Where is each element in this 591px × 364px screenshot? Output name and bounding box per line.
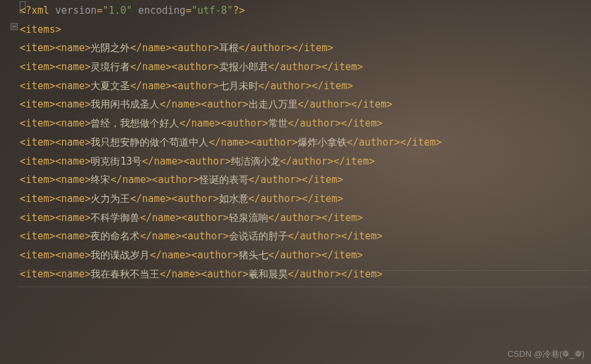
code-editor[interactable]: − <?xml version="1.0" encoding="utf-8"?>…: [0, 0, 591, 283]
code-line[interactable]: <item><name>灵境行者</name><author>卖报小郎君</au…: [20, 58, 591, 77]
t: >: [213, 61, 219, 73]
t: ><: [166, 193, 178, 205]
t: ><: [186, 249, 197, 261]
code-line[interactable]: <item><name>我只想安静的做个苟道中人</name><author>爆…: [20, 133, 591, 152]
t: ><: [166, 80, 178, 92]
t: >: [223, 212, 229, 224]
t: ><: [49, 268, 61, 280]
item-tag: item: [333, 61, 357, 73]
t: <: [20, 230, 26, 242]
t: </: [288, 230, 300, 242]
t: >: [223, 230, 229, 242]
t: ></: [306, 80, 323, 92]
t: ><: [49, 193, 61, 205]
code-line[interactable]: <item><name>大夏文圣</name><author>七月未时</aut…: [20, 77, 591, 96]
code-area[interactable]: <?xml version="1.0" encoding="utf-8"?><i…: [20, 1, 591, 283]
item-tag: item: [26, 42, 49, 54]
name-tag: name: [171, 98, 195, 110]
t: </: [280, 155, 292, 167]
item-tag: item: [26, 249, 49, 261]
t: ><: [215, 117, 227, 129]
item-tag: item: [353, 268, 377, 280]
author-tag: author: [260, 193, 296, 205]
xml-decl-close: ?>: [233, 5, 245, 16]
t: >: [213, 193, 219, 205]
author-tag: author: [260, 174, 296, 186]
code-line[interactable]: <item><name>我的谍战岁月</name><author>猪头七</au…: [20, 246, 591, 265]
t: >: [377, 268, 382, 280]
code-line[interactable]: <item><name>终宋</name><author>怪诞的表哥</auth…: [20, 171, 591, 190]
t: </: [258, 80, 270, 92]
item-author-text: 纯洁滴小龙: [231, 155, 280, 167]
code-line[interactable]: <item><name>夜的命名术</name><author>会说话的肘子</…: [20, 227, 591, 246]
t: </: [142, 155, 153, 167]
fold-toggle-icon[interactable]: −: [10, 23, 18, 30]
code-line[interactable]: <item><name>明克街13号</name><author>纯洁滴小龙</…: [20, 152, 591, 171]
author-tag: author: [359, 136, 394, 148]
item-tag: item: [26, 117, 49, 129]
code-line[interactable]: <item><name>曾经，我想做个好人</name><author>常世</…: [20, 114, 591, 133]
t: >: [262, 117, 268, 129]
xml-attr-value: "1.0": [102, 5, 132, 16]
t: </: [140, 230, 152, 242]
name-tag: name: [161, 249, 185, 261]
t: </: [209, 136, 220, 148]
item-name-text: 火力为王: [91, 193, 130, 205]
item-tag: item: [26, 212, 49, 224]
item-tag: item: [26, 80, 49, 92]
t: >: [357, 61, 363, 73]
code-line[interactable]: <?xml version="1.0" encoding="utf-8"?>: [20, 1, 591, 20]
name-tag: name: [142, 193, 165, 205]
item-author-text: 卖报小郎君: [219, 61, 268, 73]
name-tag: name: [61, 193, 85, 205]
code-line[interactable]: <item><name>光阴之外</name><author>耳根</autho…: [20, 39, 591, 58]
code-line[interactable]: <item><name>我用闲书成圣人</name><author>出走八万里<…: [20, 95, 591, 114]
t: ><: [195, 98, 207, 110]
code-line[interactable]: <items>: [20, 20, 591, 39]
t: ><: [176, 212, 188, 224]
tag-open: <: [20, 24, 26, 35]
t: ><: [49, 117, 61, 129]
author-tag: author: [158, 174, 194, 186]
code-line[interactable]: <item><name>我在春秋不当王</name><author>羲和晨昊</…: [20, 265, 591, 284]
t: ></: [316, 249, 333, 261]
t: </: [288, 268, 300, 280]
t: </: [140, 212, 152, 224]
name-tag: name: [171, 268, 195, 280]
t: >: [347, 80, 353, 92]
item-tag: item: [363, 98, 386, 110]
xml-attr-value: "utf-8": [192, 5, 233, 16]
t: >: [213, 80, 219, 92]
t: </: [179, 117, 191, 129]
equals: =: [186, 5, 192, 16]
author-tag: author: [280, 249, 316, 261]
t: </: [130, 42, 142, 54]
item-name-text: 光阴之外: [91, 42, 130, 54]
name-tag: name: [61, 212, 85, 224]
code-line[interactable]: <item><name>火力为王</name><author>如水意</auth…: [20, 190, 591, 209]
t: ><: [49, 230, 61, 242]
item-name-text: 夜的命名术: [91, 230, 140, 242]
item-tag: item: [26, 136, 49, 148]
author-tag: author: [188, 212, 223, 224]
t: >: [377, 117, 382, 129]
item-author-text: 轻泉流响: [229, 212, 268, 224]
name-tag: name: [61, 268, 85, 280]
t: </: [159, 268, 171, 280]
t: >: [292, 136, 298, 148]
author-tag: author: [178, 61, 213, 73]
name-tag: name: [142, 61, 165, 73]
t: >: [357, 212, 363, 224]
item-author-text: 爆炸小拿铁: [298, 136, 347, 148]
code-line[interactable]: <item><name>不科学御兽</name><author>轻泉流响</au…: [20, 209, 591, 228]
item-name-text: 我用闲书成圣人: [91, 98, 159, 110]
item-name-text: 灵境行者: [91, 61, 130, 73]
item-tag: item: [353, 230, 377, 242]
item-author-text: 出走八万里: [249, 98, 298, 110]
item-tag: item: [26, 230, 49, 242]
item-tag: item: [26, 98, 49, 110]
item-name-text: 我的谍战岁月: [91, 249, 150, 261]
t: ></: [316, 212, 333, 224]
t: </: [130, 61, 142, 73]
t: >: [194, 174, 199, 186]
